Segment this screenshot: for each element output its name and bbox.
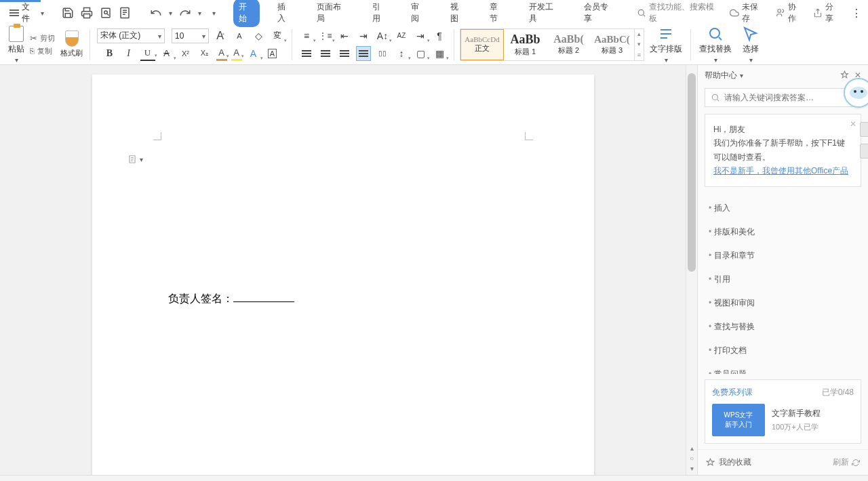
sort-button[interactable] (394, 28, 409, 43)
style-label: 标题 3 (601, 45, 623, 56)
undo-dropdown-icon[interactable] (169, 9, 172, 17)
quick-access-toolbar (62, 7, 216, 19)
tab-review[interactable]: 审阅 (406, 0, 433, 27)
font-color-button[interactable] (216, 46, 227, 61)
text-effects-button[interactable]: A (246, 46, 261, 61)
coop-label: 协作 (788, 1, 804, 24)
text-direction-button[interactable]: A↕ (375, 28, 390, 43)
style-preview: AaBb( (553, 33, 583, 45)
save-icon[interactable] (62, 7, 74, 19)
coop-button[interactable]: 协作 (776, 1, 804, 24)
styles-more-button[interactable]: ≡ (635, 49, 644, 60)
group-clipboard: 粘贴 剪切 ⎘复制 格式刷 (4, 24, 87, 64)
bullets-button[interactable] (299, 28, 314, 43)
align-center-button[interactable] (318, 46, 333, 61)
chevron-down-icon (158, 31, 161, 41)
typeset-label: 文字排版 (650, 43, 682, 55)
align-right-icon (340, 50, 349, 57)
columns-button[interactable] (375, 46, 390, 61)
outdent-button[interactable] (337, 28, 352, 43)
svg-point-5 (778, 9, 781, 13)
style-preview: AaBb (510, 33, 540, 47)
copy-button[interactable]: ⎘复制 (30, 46, 55, 56)
tab-references[interactable]: 引用 (367, 0, 394, 27)
subscript-button[interactable] (197, 46, 212, 61)
align-center-icon (321, 50, 330, 57)
chevron-down-icon (749, 56, 753, 64)
style-heading1[interactable]: AaBb 标题 1 (504, 29, 547, 60)
italic-button[interactable] (121, 46, 136, 61)
find-replace-button[interactable]: 查找替换 (694, 24, 737, 64)
undo-icon[interactable] (150, 7, 162, 19)
grow-font-button[interactable] (213, 28, 228, 43)
style-heading2[interactable]: AaBb( 标题 2 (547, 29, 591, 60)
tab-home[interactable]: 开始 (233, 0, 260, 27)
style-normal[interactable]: AaBbCcDd 正文 (460, 29, 504, 60)
indent-button[interactable] (356, 28, 371, 43)
strikethrough-button[interactable] (159, 46, 174, 61)
phonetic-button[interactable] (270, 28, 285, 43)
clear-format-button[interactable] (251, 28, 266, 43)
align-right-button[interactable] (337, 46, 352, 61)
paste-label: 粘贴 (8, 43, 24, 55)
copy-label: 复制 (37, 46, 52, 56)
tab-button[interactable]: ⇥ (413, 28, 428, 43)
align-left-icon (302, 50, 311, 57)
superscript-button[interactable] (178, 46, 193, 61)
align-justify-icon (359, 50, 368, 57)
shrink-font-button[interactable] (232, 28, 247, 43)
file-menu[interactable]: 文件 (5, 0, 48, 26)
align-left-button[interactable] (299, 46, 314, 61)
separator (90, 29, 90, 60)
redo-icon[interactable] (179, 7, 191, 19)
redo-dropdown-icon[interactable] (198, 9, 201, 17)
styles-down-button[interactable]: ▾ (635, 39, 644, 49)
style-preview: AaBbCcDd (465, 35, 499, 43)
show-marks-button[interactable]: ¶ (432, 28, 447, 43)
borders-button[interactable] (432, 46, 447, 61)
font-name-value: 宋体 (正文) (100, 30, 140, 41)
export-pdf-icon[interactable] (119, 7, 131, 19)
unsaved-label: 未保存 (742, 1, 766, 24)
underline-button[interactable] (140, 46, 155, 61)
search-box[interactable]: 查找功能、搜索模板 (637, 1, 722, 24)
style-preview: AaBbC( (594, 34, 630, 45)
svg-point-2 (104, 11, 107, 14)
style-label: 正文 (475, 43, 490, 54)
line-spacing-button[interactable] (394, 46, 409, 61)
styles-up-button[interactable]: ▴ (635, 29, 644, 39)
print-preview-icon[interactable] (100, 7, 112, 19)
style-heading3[interactable]: AaBbC( 标题 3 (591, 29, 634, 60)
select-button[interactable]: 选择 (737, 24, 764, 64)
font-size-select[interactable]: 10 (172, 28, 209, 43)
typeset-button[interactable]: 文字排版 (644, 24, 688, 64)
bold-button[interactable] (102, 46, 117, 61)
cut-button[interactable]: 剪切 (30, 33, 55, 43)
qat-customize-icon[interactable] (212, 9, 216, 17)
paste-button[interactable]: 粘贴 (8, 26, 24, 64)
separator (292, 29, 292, 60)
scissors-icon (30, 33, 37, 43)
share-button[interactable]: 分享 (813, 1, 842, 24)
tab-devtools[interactable]: 开发工具 (524, 0, 567, 27)
tab-member[interactable]: 会员专享 (578, 0, 622, 27)
unsaved-indicator[interactable]: 未保存 (730, 1, 766, 24)
share-label: 分享 (825, 1, 842, 24)
tab-view[interactable]: 视图 (445, 0, 472, 27)
tab-chapter[interactable]: 章节 (484, 0, 511, 27)
cursor-icon (743, 26, 759, 42)
more-menu-icon[interactable]: ⋮ (851, 7, 863, 20)
numbering-button[interactable] (318, 28, 333, 43)
tab-pagelayout[interactable]: 页面布局 (311, 0, 355, 27)
styles-nav: ▴ ▾ ≡ (634, 29, 644, 60)
chevron-down-icon (665, 56, 668, 64)
char-border-button[interactable] (265, 46, 280, 61)
svg-point-6 (710, 28, 719, 38)
format-painter-button[interactable]: 格式刷 (60, 30, 83, 58)
tab-insert[interactable]: 插入 (272, 0, 299, 27)
highlight-button[interactable] (231, 46, 242, 61)
align-justify-button[interactable] (356, 46, 371, 61)
shading-button[interactable] (413, 46, 428, 61)
font-name-select[interactable]: 宋体 (正文) (97, 28, 165, 43)
print-icon[interactable] (81, 7, 93, 19)
